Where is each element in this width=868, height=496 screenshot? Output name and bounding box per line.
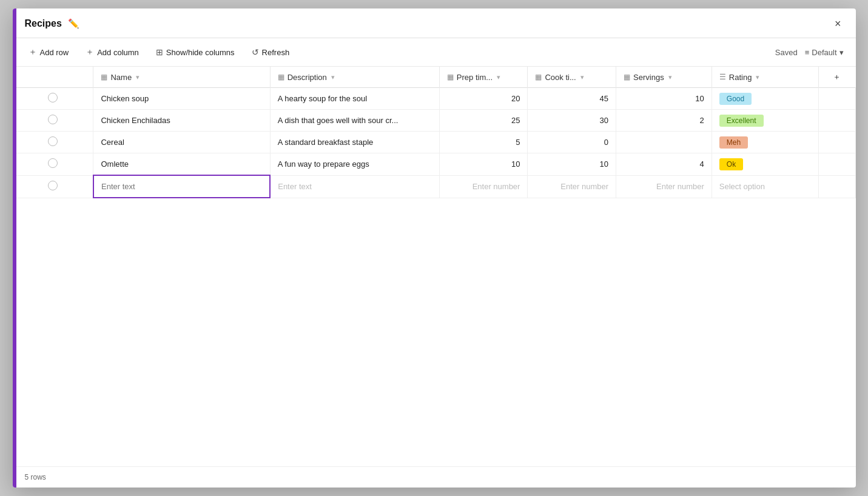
toolbar: ＋ Add row ＋ Add column ⊞ Show/hide colum… bbox=[13, 38, 856, 67]
row-servings-cell[interactable] bbox=[616, 132, 712, 153]
new-row-extra-cell bbox=[818, 175, 855, 198]
row-description-cell[interactable]: A hearty soup for the soul bbox=[270, 88, 439, 110]
show-hide-label: Show/hide columns bbox=[166, 48, 235, 57]
row-select-cell bbox=[13, 88, 93, 110]
saved-label: Saved bbox=[775, 48, 798, 57]
refresh-button[interactable]: ↺ Refresh bbox=[248, 45, 294, 59]
col-header-select bbox=[13, 67, 93, 88]
add-column-button[interactable]: ＋ Add column bbox=[82, 44, 143, 60]
refresh-label: Refresh bbox=[262, 48, 290, 57]
modal-header: Recipes ✏️ × bbox=[13, 8, 856, 38]
row-extra-cell bbox=[818, 153, 855, 176]
row-extra-cell bbox=[818, 132, 855, 153]
row-select-cell bbox=[13, 153, 93, 176]
desc-col-label: Description bbox=[288, 73, 327, 82]
col-header-rating[interactable]: ☰ Rating ▾ bbox=[712, 67, 818, 88]
table-row: OmletteA fun way to prepare eggs10104Ok bbox=[13, 153, 856, 176]
col-header-prep-time[interactable]: ▦ Prep tim... ▾ bbox=[439, 67, 528, 88]
new-row: Enter textEnter numberEnter numberEnter … bbox=[13, 175, 856, 198]
row-prep-time-cell[interactable]: 5 bbox=[439, 132, 528, 153]
rating-badge: Meh bbox=[719, 136, 748, 149]
col-header-name[interactable]: ▦ Name ▾ bbox=[93, 67, 270, 88]
cook-col-label: Cook ti... bbox=[545, 73, 576, 82]
modal-title: Recipes bbox=[25, 18, 62, 29]
add-column-icon: ＋ bbox=[86, 47, 94, 58]
table-header-row: ▦ Name ▾ ▦ Description ▾ bbox=[13, 67, 856, 88]
col-header-add[interactable]: ＋ bbox=[818, 67, 855, 88]
new-row-radio[interactable] bbox=[48, 181, 58, 190]
row-extra-cell bbox=[818, 88, 855, 110]
row-prep-time-cell[interactable]: 20 bbox=[439, 88, 528, 110]
rating-sort-icon: ▾ bbox=[756, 73, 759, 81]
lines-icon: ≡ bbox=[805, 48, 810, 57]
new-row-rating-cell[interactable]: Select option bbox=[712, 175, 818, 198]
serv-col-icon: ▦ bbox=[624, 73, 630, 81]
prep-col-label: Prep tim... bbox=[457, 73, 493, 82]
new-row-servings-cell[interactable]: Enter number bbox=[616, 175, 712, 198]
row-prep-time-cell[interactable]: 10 bbox=[439, 153, 528, 176]
new-row-select-cell bbox=[13, 175, 93, 198]
show-hide-icon: ⊞ bbox=[156, 47, 163, 57]
add-row-button[interactable]: ＋ Add row bbox=[25, 44, 73, 60]
col-header-description[interactable]: ▦ Description ▾ bbox=[270, 67, 439, 88]
row-prep-time-cell[interactable]: 25 bbox=[439, 110, 528, 132]
row-radio[interactable] bbox=[48, 136, 58, 146]
refresh-icon: ↺ bbox=[252, 47, 259, 57]
row-cook-time-cell[interactable]: 30 bbox=[528, 110, 616, 132]
table-container: ▦ Name ▾ ▦ Description ▾ bbox=[13, 67, 856, 466]
add-row-icon: ＋ bbox=[29, 47, 37, 58]
rating-badge: Excellent bbox=[719, 115, 764, 127]
row-servings-cell[interactable]: 4 bbox=[616, 153, 712, 176]
edit-icon[interactable]: ✏️ bbox=[68, 18, 79, 29]
row-cook-time-cell[interactable]: 0 bbox=[528, 132, 616, 153]
row-name-cell[interactable]: Omlette bbox=[93, 153, 270, 176]
row-cook-time-cell[interactable]: 10 bbox=[528, 153, 616, 176]
row-radio[interactable] bbox=[48, 158, 58, 168]
data-table: ▦ Name ▾ ▦ Description ▾ bbox=[13, 67, 856, 198]
row-radio[interactable] bbox=[48, 115, 58, 124]
row-rating-cell[interactable]: Good bbox=[712, 88, 818, 110]
add-column-label: Add column bbox=[97, 48, 139, 57]
table-row: CerealA standard breakfast staple50Meh bbox=[13, 132, 856, 153]
add-row-label: Add row bbox=[40, 48, 69, 57]
row-rating-cell[interactable]: Meh bbox=[712, 132, 818, 153]
name-col-icon: ▦ bbox=[101, 73, 107, 81]
chevron-down-icon: ▾ bbox=[839, 48, 844, 57]
new-row-cook-cell[interactable]: Enter number bbox=[528, 175, 616, 198]
rating-col-label: Rating bbox=[729, 73, 752, 82]
row-rating-cell[interactable]: Ok bbox=[712, 153, 818, 176]
desc-sort-icon: ▾ bbox=[331, 73, 335, 81]
row-extra-cell bbox=[818, 110, 855, 132]
serv-col-label: Servings bbox=[633, 73, 664, 82]
new-row-name-input[interactable] bbox=[94, 176, 269, 197]
prep-sort-icon: ▾ bbox=[497, 73, 500, 81]
row-description-cell[interactable]: A fun way to prepare eggs bbox=[270, 153, 439, 176]
cook-sort-icon: ▾ bbox=[580, 73, 584, 81]
row-description-cell[interactable]: A dish that goes well with sour cr... bbox=[270, 110, 439, 132]
default-label-text: Default bbox=[812, 48, 836, 57]
row-name-cell[interactable]: Chicken Enchiladas bbox=[93, 110, 270, 132]
new-row-prep-cell[interactable]: Enter number bbox=[439, 175, 528, 198]
row-cook-time-cell[interactable]: 45 bbox=[528, 88, 616, 110]
show-hide-button[interactable]: ⊞ Show/hide columns bbox=[152, 45, 238, 59]
name-sort-icon: ▾ bbox=[136, 73, 140, 81]
toolbar-right: Saved ≡ Default ▾ bbox=[775, 48, 844, 57]
new-row-description-cell[interactable]: Enter text bbox=[270, 175, 439, 198]
row-name-cell[interactable]: Cereal bbox=[93, 132, 270, 153]
row-servings-cell[interactable]: 2 bbox=[616, 110, 712, 132]
row-radio[interactable] bbox=[48, 93, 58, 102]
row-servings-cell[interactable]: 10 bbox=[616, 88, 712, 110]
col-header-servings[interactable]: ▦ Servings ▾ bbox=[616, 67, 712, 88]
col-header-cook-time[interactable]: ▦ Cook ti... ▾ bbox=[528, 67, 616, 88]
row-name-cell[interactable]: Chicken soup bbox=[93, 88, 270, 110]
desc-col-icon: ▦ bbox=[278, 73, 284, 81]
row-select-cell bbox=[13, 110, 93, 132]
default-button[interactable]: ≡ Default ▾ bbox=[805, 48, 844, 57]
row-select-cell bbox=[13, 132, 93, 153]
close-button[interactable]: × bbox=[832, 16, 844, 32]
row-description-cell[interactable]: A standard breakfast staple bbox=[270, 132, 439, 153]
row-rating-cell[interactable]: Excellent bbox=[712, 110, 818, 132]
new-row-name-cell[interactable] bbox=[93, 175, 270, 198]
table-footer: 5 rows bbox=[13, 466, 856, 488]
table-row: Chicken EnchiladasA dish that goes well … bbox=[13, 110, 856, 132]
